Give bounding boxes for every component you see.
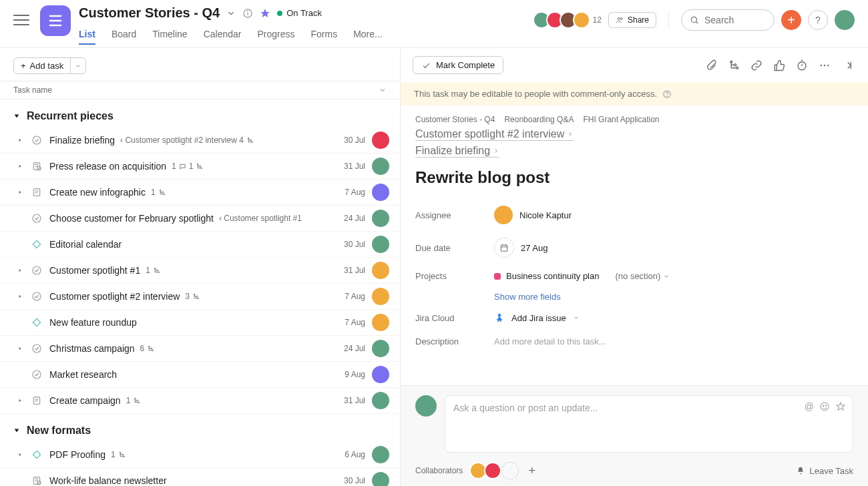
task-row[interactable]: Work-life balance newsletter30 Jul [0, 468, 400, 486]
complete-toggle[interactable] [31, 475, 43, 486]
leave-task-button[interactable]: Leave Task [796, 466, 853, 476]
chevron-down-icon[interactable] [226, 9, 236, 18]
search-input[interactable] [704, 15, 758, 25]
add-task-button[interactable]: +Add task [13, 57, 86, 74]
search-box[interactable] [681, 9, 775, 31]
complete-toggle[interactable] [31, 316, 43, 328]
mention-icon[interactable]: @ [805, 401, 814, 412]
crumb-2[interactable]: Reonboarding Q&A [504, 115, 574, 124]
more-icon[interactable] [816, 57, 833, 74]
add-collaborator-button[interactable]: + [528, 464, 535, 478]
task-row[interactable]: PDF Proofing1 6 Aug [0, 442, 400, 468]
section-header[interactable]: Recurrent pieces [0, 99, 400, 128]
complete-toggle[interactable] [31, 238, 43, 250]
parent-task-link-2[interactable]: Finalize briefing [415, 145, 499, 158]
expand-icon[interactable] [16, 452, 24, 457]
mark-complete-button[interactable]: Mark Complete [413, 56, 503, 74]
assignee-avatar[interactable] [372, 210, 389, 227]
assignee-avatar[interactable] [372, 236, 389, 253]
banner-help-icon[interactable] [662, 89, 672, 99]
section-header[interactable]: New formats [0, 414, 400, 442]
complete-toggle[interactable] [31, 134, 43, 146]
info-icon[interactable] [242, 8, 253, 19]
complete-toggle[interactable] [31, 369, 43, 381]
task-title[interactable]: Rewrite blog post [415, 168, 853, 187]
like-icon[interactable] [771, 57, 788, 74]
expand-icon[interactable] [16, 398, 24, 403]
expand-icon[interactable] [16, 190, 24, 195]
task-row[interactable]: New feature roundup7 Aug [0, 310, 400, 336]
task-row[interactable]: Create campaign1 31 Jul [0, 388, 400, 414]
help-button[interactable]: ? [808, 10, 828, 30]
task-row[interactable]: Editorial calendar30 Jul [0, 232, 400, 258]
tab-calendar[interactable]: Calendar [204, 25, 242, 45]
project-title[interactable]: Customer Stories - Q4 [79, 5, 220, 21]
expand-icon[interactable] [16, 268, 24, 273]
collaborator-avatars[interactable] [472, 462, 519, 479]
assignee-avatar[interactable] [372, 472, 389, 486]
assignee-avatar[interactable] [372, 446, 389, 463]
task-row[interactable]: Finalize briefing‹ Customer spotlight #2… [0, 128, 400, 154]
assignee-value[interactable]: Nicole Kaptur [494, 206, 572, 224]
assignee-avatar[interactable] [372, 340, 389, 357]
task-row[interactable]: Christmas campaign6 24 Jul [0, 336, 400, 362]
tab-list[interactable]: List [79, 25, 95, 45]
star-icon[interactable] [260, 8, 270, 19]
task-row[interactable]: Press release on acquisition1 1 31 Jul [0, 154, 400, 180]
tab-progress[interactable]: Progress [257, 25, 294, 45]
expand-icon[interactable] [16, 164, 24, 169]
task-row[interactable]: Create new infographic1 7 Aug [0, 180, 400, 206]
task-row[interactable]: Customer spotlight #11 31 Jul [0, 258, 400, 284]
complete-toggle[interactable] [31, 395, 43, 407]
task-row[interactable]: Customer spotlight #2 interview3 7 Aug [0, 284, 400, 310]
share-button[interactable]: Share [608, 12, 656, 28]
close-panel-icon[interactable] [839, 57, 856, 74]
link-icon[interactable] [748, 57, 765, 74]
comment-input[interactable]: Ask a question or post an update... @ [445, 395, 853, 453]
assignee-avatar[interactable] [372, 132, 389, 149]
complete-toggle[interactable] [31, 160, 43, 172]
member-avatars[interactable]: 12 [537, 11, 602, 29]
due-value[interactable]: 27 Aug [494, 238, 548, 258]
menu-toggle[interactable] [13, 12, 29, 28]
tab-board[interactable]: Board [112, 25, 136, 45]
quick-add-button[interactable]: + [781, 10, 801, 30]
complete-toggle[interactable] [31, 186, 43, 198]
add-jira-issue[interactable]: Add Jira issue [494, 312, 580, 323]
project-chip[interactable]: Business continuity plan [494, 271, 599, 281]
assignee-avatar[interactable] [372, 288, 389, 305]
assignee-avatar[interactable] [372, 366, 389, 383]
crumb-1[interactable]: Customer Stories - Q4 [415, 115, 495, 124]
task-row[interactable]: Market research9 Aug [0, 362, 400, 388]
tab-forms[interactable]: Forms [311, 25, 338, 45]
assignee-avatar[interactable] [372, 392, 389, 409]
tab-more[interactable]: More... [353, 25, 383, 45]
status-chip[interactable]: On Track [277, 8, 322, 18]
expand-icon[interactable] [16, 294, 24, 299]
add-task-caret[interactable] [70, 58, 85, 73]
assignee-avatar[interactable] [372, 314, 389, 331]
complete-toggle[interactable] [31, 264, 43, 276]
complete-toggle[interactable] [31, 212, 43, 224]
subtask-icon[interactable] [725, 57, 742, 74]
star-action-icon[interactable] [835, 401, 846, 412]
complete-toggle[interactable] [31, 290, 43, 302]
tab-timeline[interactable]: Timeline [152, 25, 187, 45]
attachment-icon[interactable] [702, 57, 720, 74]
assignee-avatar[interactable] [372, 158, 389, 175]
timer-icon[interactable] [793, 57, 811, 74]
column-menu-icon[interactable] [379, 86, 387, 94]
show-more-fields[interactable]: Show more fields [494, 288, 853, 306]
assignee-avatar[interactable] [372, 184, 389, 201]
project-section[interactable]: (no section) [615, 271, 670, 281]
expand-icon[interactable] [16, 346, 24, 351]
task-row[interactable]: Choose customer for February spotlight‹ … [0, 206, 400, 232]
complete-toggle[interactable] [31, 342, 43, 354]
profile-button[interactable] [835, 10, 855, 30]
description-field[interactable]: Add more detail to this task... [494, 336, 606, 346]
assignee-avatar[interactable] [372, 262, 389, 279]
complete-toggle[interactable] [31, 449, 43, 461]
emoji-icon[interactable] [819, 401, 830, 412]
crumb-3[interactable]: FHI Grant Application [583, 115, 659, 124]
parent-task-link-1[interactable]: Customer spotlight #2 interview [415, 128, 574, 141]
